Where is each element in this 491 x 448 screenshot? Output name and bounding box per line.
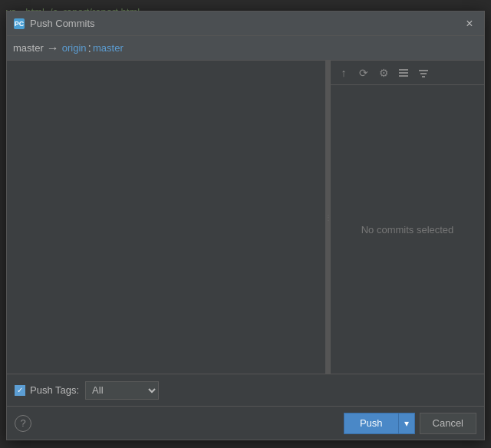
push-dropdown-button[interactable]: ▾ — [398, 413, 415, 434]
dialog-body: master → origin : master ⋮ ↑ — [7, 36, 484, 440]
push-tags-label: Push Tags: — [30, 384, 79, 396]
svg-rect-1 — [399, 72, 408, 74]
filter-icon[interactable] — [415, 64, 432, 81]
svg-rect-0 — [399, 69, 408, 71]
branch-bar: master → origin : master — [7, 36, 484, 61]
target-branch-link[interactable]: master — [93, 42, 124, 54]
branch-arrow-icon: → — [47, 41, 59, 55]
push-button-group: Push ▾ — [344, 413, 415, 434]
content-area: ⋮ ↑ ⟳ ⚙ — [7, 61, 484, 374]
svg-rect-4 — [420, 73, 427, 74]
dialog-title: Push Commits — [30, 18, 461, 29]
commit-detail-panel: ↑ ⟳ ⚙ — [331, 61, 484, 374]
help-icon[interactable]: ? — [15, 415, 31, 432]
push-tags-checkbox-wrap: ✓ Push Tags: — [15, 384, 79, 396]
push-tags-bar: ✓ Push Tags: All None Lightweight Annota… — [7, 374, 484, 406]
push-commits-dialog: PC Push Commits × master → origin : mast… — [6, 11, 485, 440]
source-branch-label: master — [13, 42, 44, 54]
cancel-button[interactable]: Cancel — [420, 413, 476, 434]
list-icon[interactable] — [395, 64, 412, 81]
arrow-up-icon[interactable]: ↑ — [335, 64, 352, 81]
close-button[interactable]: × — [461, 15, 478, 32]
detail-toolbar: ↑ ⟳ ⚙ — [331, 61, 484, 85]
detail-content: No commits selected — [331, 85, 484, 374]
dialog-titlebar: PC Push Commits × — [7, 12, 484, 36]
push-tags-dropdown-wrap: All None Lightweight Annotated — [85, 381, 159, 400]
push-button[interactable]: Push — [344, 413, 398, 434]
svg-rect-3 — [419, 70, 428, 71]
commits-list[interactable] — [7, 61, 326, 374]
dialog-icon: PC — [13, 18, 25, 30]
push-tags-select[interactable]: All None Lightweight Annotated — [85, 381, 159, 400]
branch-colon: : — [88, 41, 91, 55]
push-tags-checkbox[interactable]: ✓ — [15, 385, 25, 396]
svg-rect-2 — [399, 75, 408, 77]
no-commits-label: No commits selected — [361, 224, 454, 236]
settings-icon[interactable]: ⚙ — [375, 64, 392, 81]
pc-logo-icon: PC — [14, 18, 25, 29]
svg-rect-5 — [422, 76, 425, 77]
remote-link[interactable]: origin — [62, 42, 87, 54]
refresh-icon[interactable]: ⟳ — [355, 64, 372, 81]
action-bar: ? Push ▾ Cancel — [7, 406, 484, 440]
